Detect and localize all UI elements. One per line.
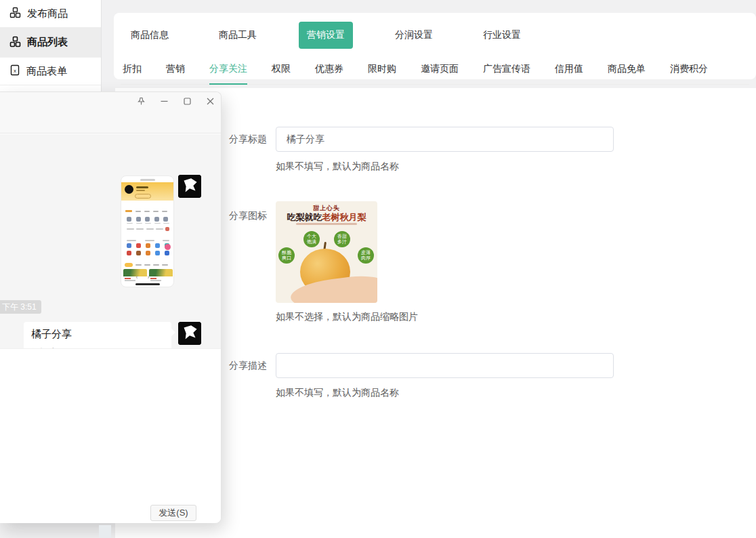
chat-input-area[interactable]: 发送(S) (0, 348, 221, 523)
sidebar-item-label: 商品表单 (26, 65, 67, 78)
pear-badge-2: 香甜多汁 (334, 231, 350, 247)
phone-screenshot-message[interactable]: ‹› (121, 175, 174, 287)
phone-home-indicator (135, 283, 160, 285)
send-button[interactable]: 发送(S) (150, 505, 196, 521)
tab-industry-settings[interactable]: 行业设置 (475, 22, 529, 49)
share-title-input[interactable] (276, 127, 614, 152)
tab-permissions[interactable]: 权限 (272, 59, 291, 85)
cubes-icon (9, 36, 21, 49)
form-doc-icon: x (9, 64, 20, 78)
tab-marketing[interactable]: 营销 (166, 59, 185, 85)
tab-product-info[interactable]: 商品信息 (123, 22, 177, 49)
pear-badge-3: 酥脆爽口 (278, 247, 295, 264)
tab-profit-settings[interactable]: 分润设置 (387, 22, 441, 49)
share-desc-input[interactable] (276, 353, 614, 378)
sidebar-item-publish-product[interactable]: 发布商品 (0, 0, 101, 28)
sidebar-item-label: 商品列表 (27, 36, 68, 49)
primary-tabs: 商品信息 商品工具 营销设置 分润设置 行业设置 (123, 20, 529, 50)
tab-marketing-settings[interactable]: 营销设置 (299, 22, 353, 49)
share-title-helper: 如果不填写，默认为商品名称 (276, 161, 399, 173)
minimize-icon[interactable] (159, 96, 169, 106)
chat-message-area: ‹› 下午 3:51 橘子分享 知识库 甜上心头 吃梨就吃老树秋月梨 个大 香甜… (0, 134, 221, 348)
tab-credit-value[interactable]: 信用值 (555, 59, 583, 85)
tab-coupons[interactable]: 优惠券 (315, 59, 343, 85)
phone-fab (165, 244, 171, 250)
pear-ad-headline: 吃梨就吃老树秋月梨 (276, 211, 377, 224)
share-card-title: 橘子分享 (31, 328, 72, 341)
share-icon-helper: 如果不选择，默认为商品缩略图片 (276, 311, 418, 323)
share-icon-label: 分享图标 (226, 201, 267, 303)
share-desc-label: 分享描述 (226, 353, 267, 378)
pear-badge-4: 皮薄肉厚 (358, 247, 374, 264)
tab-invite-page[interactable]: 邀请页面 (421, 59, 459, 85)
share-desc-helper: 如果不填写，默认为商品名称 (276, 387, 399, 399)
pin-icon[interactable] (135, 96, 146, 106)
phone-app-header (121, 182, 173, 201)
cubes-icon (9, 7, 21, 20)
share-title-row: 分享标题 (226, 127, 614, 152)
pear-ad-subline (296, 223, 357, 225)
sidebar-item-product-form[interactable]: x 商品表单 (0, 58, 101, 85)
tab-product-tools[interactable]: 商品工具 (211, 22, 265, 49)
settings-tabs-card: 商品信息 商品工具 营销设置 分润设置 行业设置 折扣 营销 分享关注 权限 优… (114, 13, 756, 79)
share-preview-window: ‹› 下午 3:51 橘子分享 知识库 甜上心头 吃梨就吃老树秋月梨 个大 香甜… (0, 91, 222, 523)
pear-badge-1: 个大饱满 (303, 231, 320, 247)
user-avatar[interactable] (178, 322, 201, 345)
tab-free-order[interactable]: 商品免单 (608, 59, 646, 85)
sidebar-item-label: 发布商品 (27, 7, 68, 20)
share-icon-image[interactable]: 甜上心头 吃梨就吃老树秋月梨 个大饱满 香甜多汁 酥脆爽口 皮薄肉厚 (276, 201, 377, 303)
tab-consume-points[interactable]: 消费积分 (670, 59, 708, 85)
phone-pager-arrows: ‹› (121, 274, 173, 281)
share-title-label: 分享标题 (226, 127, 267, 152)
svg-text:x: x (14, 68, 16, 74)
background-artifact (99, 525, 111, 538)
close-icon[interactable] (205, 96, 215, 106)
tab-ad-slogan[interactable]: 广告宣传语 (483, 59, 530, 85)
chat-timestamp: 下午 3:51 (0, 300, 41, 314)
bubble-arrow (167, 328, 175, 337)
user-avatar[interactable] (178, 175, 201, 198)
maximize-icon[interactable] (182, 96, 192, 106)
tab-flash-sale[interactable]: 限时购 (368, 59, 396, 85)
sidebar-item-product-list[interactable]: 商品列表 (0, 28, 101, 58)
tab-share-follow[interactable]: 分享关注 (209, 59, 247, 85)
tab-discount[interactable]: 折扣 (123, 59, 142, 85)
secondary-tabs: 折扣 营销 分享关注 权限 优惠券 限时购 邀请页面 广告宣传语 信用值 商品免… (123, 59, 708, 85)
share-icon-row: 分享图标 甜上心头 吃梨就吃老树秋月梨 个大饱满 香甜多汁 酥脆爽口 皮薄肉厚 (226, 201, 377, 303)
share-desc-row: 分享描述 (226, 353, 614, 378)
window-titlebar (0, 92, 221, 133)
window-controls (135, 96, 215, 106)
